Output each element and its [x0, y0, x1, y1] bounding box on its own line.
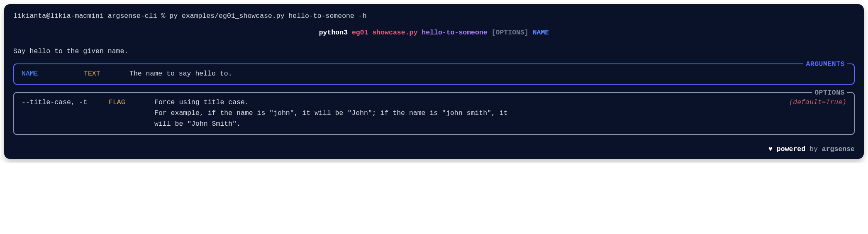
terminal-window: likianta@likia-macmini argsense-cli % py…	[4, 4, 864, 159]
footer: ♥ powered by argsense	[13, 142, 855, 155]
command-description: Say hello to the given name.	[13, 46, 855, 57]
argument-type: TEXT	[84, 68, 129, 79]
argument-desc: The name to say hello to.	[129, 68, 846, 79]
usage-line: python3 eg01_showcase.py hello-to-someon…	[13, 27, 855, 38]
option-type: FLAG	[109, 97, 154, 108]
shell-prompt-line: likianta@likia-macmini argsense-cli % py…	[13, 11, 855, 22]
usage-script: eg01_showcase.py	[352, 29, 417, 37]
option-desc: Force using title case. For example, if …	[154, 97, 776, 130]
arguments-panel-title: ARGUMENTS	[803, 59, 847, 70]
usage-python: python3	[319, 29, 348, 37]
arguments-panel: ARGUMENTS NAME TEXT The name to say hell…	[13, 63, 855, 84]
heart-icon: ♥	[768, 145, 773, 153]
options-panel: OPTIONS --title-case, -t FLAG Force usin…	[13, 92, 855, 135]
prompt-cwd: argsense-cli	[108, 12, 157, 20]
prompt-user-host: likianta@likia-macmini	[13, 12, 104, 20]
usage-subcommand: hello-to-someone	[422, 29, 487, 37]
usage-options-token: [OPTIONS]	[492, 29, 529, 37]
footer-brand: argsense	[822, 145, 855, 153]
footer-by: by	[809, 145, 818, 153]
argument-name: NAME	[22, 68, 84, 79]
usage-positional: NAME	[533, 29, 549, 37]
option-flags: --title-case, -t	[22, 97, 109, 108]
option-default: (default=True)	[776, 97, 846, 108]
prompt-command: py examples/eg01_showcase.py hello-to-so…	[169, 12, 366, 20]
option-row: --title-case, -t FLAG Force using title …	[22, 97, 846, 130]
options-panel-title: OPTIONS	[812, 88, 847, 98]
prompt-symbol: %	[161, 12, 165, 20]
footer-powered: powered	[777, 145, 805, 153]
argument-row: NAME TEXT The name to say hello to.	[22, 68, 846, 79]
